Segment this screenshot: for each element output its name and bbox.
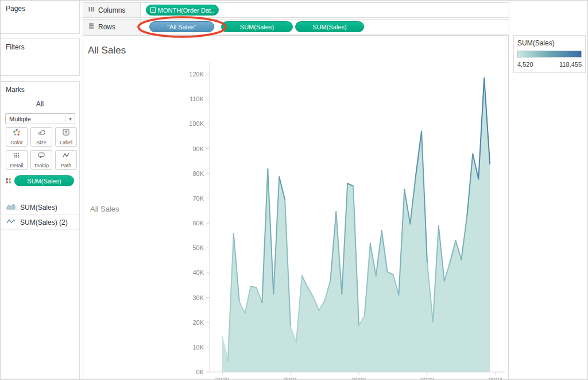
chevron-down-icon: ▾ bbox=[65, 116, 75, 122]
worksheet-view: 0K10K20K30K40K50K60K70K80K90K100K110K120… bbox=[83, 35, 509, 380]
x-tick-label: 2023 bbox=[420, 377, 434, 380]
x-tick-label: 2020 bbox=[215, 377, 229, 380]
color-legend: SUM(Sales) 4,520 118,455 bbox=[513, 35, 586, 73]
marks-buttons: Color Size Label Detail bbox=[6, 127, 77, 170]
size-button-label: Size bbox=[36, 140, 47, 145]
path-button-label: Path bbox=[61, 163, 72, 168]
color-button-label: Color bbox=[10, 140, 23, 145]
color-icon bbox=[13, 128, 21, 139]
columns-shelf[interactable]: Columns MONTH(Order Dat.. bbox=[83, 2, 509, 18]
rows-shelf[interactable]: Rows "All Sales" SUM(Sales) SUM(Sales) bbox=[83, 19, 509, 34]
expand-plus-icon bbox=[150, 7, 156, 13]
path-button[interactable]: Path bbox=[55, 150, 77, 170]
area-chart-icon bbox=[6, 203, 16, 212]
columns-icon bbox=[88, 6, 95, 14]
sales-chart[interactable]: 0K10K20K30K40K50K60K70K80K90K100K110K120… bbox=[83, 36, 509, 380]
rows-shelf-label: Rows bbox=[98, 23, 115, 31]
y-tick-label: 10K bbox=[192, 344, 204, 351]
mark-type-dropdown[interactable]: Multiple ▾ bbox=[5, 113, 75, 124]
detail-button-label: Detail bbox=[10, 163, 23, 168]
pages-shelf[interactable]: Pages bbox=[1, 1, 80, 34]
tableau-window: Pages Filters Marks All Multiple ▾ Color… bbox=[0, 0, 588, 380]
mark-type-value: Multiple bbox=[6, 116, 65, 122]
size-icon bbox=[37, 128, 45, 139]
color-button[interactable]: Color bbox=[6, 127, 28, 147]
color-dots-icon bbox=[5, 176, 11, 186]
y-tick-label: 100K bbox=[189, 120, 204, 127]
columns-pill-label: MONTH(Order Dat.. bbox=[158, 7, 214, 14]
layer-label: SUM(Sales) bbox=[20, 204, 57, 212]
detail-button[interactable]: Detail bbox=[6, 150, 28, 170]
y-tick-label: 30K bbox=[192, 294, 204, 301]
y-tick-label: 80K bbox=[192, 170, 204, 177]
rows-pill-sum-sales-2-label: SUM(Sales) bbox=[312, 24, 346, 30]
y-tick-label: 90K bbox=[192, 145, 204, 152]
pages-label: Pages bbox=[1, 1, 79, 17]
filters-label: Filters bbox=[1, 39, 79, 55]
columns-shelf-header: Columns bbox=[83, 3, 141, 17]
y-tick-label: 70K bbox=[192, 195, 204, 202]
filters-shelf[interactable]: Filters bbox=[1, 39, 80, 76]
y-tick-label: 60K bbox=[192, 220, 204, 227]
color-legend-labels: 4,520 118,455 bbox=[517, 61, 582, 68]
label-button[interactable]: Label bbox=[55, 127, 77, 147]
size-button[interactable]: Size bbox=[30, 127, 52, 147]
y-tick-label: 50K bbox=[192, 244, 204, 251]
rows-pill-sum-sales-1[interactable]: SUM(Sales) bbox=[221, 21, 293, 32]
label-button-label: Label bbox=[60, 140, 72, 145]
row-header-label: All Sales bbox=[90, 205, 119, 213]
area-series[interactable] bbox=[222, 78, 490, 372]
detail-icon bbox=[13, 151, 21, 162]
rows-pill-sum-sales-2[interactable]: SUM(Sales) bbox=[295, 21, 364, 32]
y-tick-label: 40K bbox=[192, 269, 204, 276]
marks-card-title[interactable]: All bbox=[1, 100, 79, 108]
rows-pill-all-sales-label: "All Sales" bbox=[167, 24, 196, 30]
marks-layer-sum-sales[interactable]: SUM(Sales) bbox=[1, 200, 79, 215]
columns-shelf-label: Columns bbox=[98, 6, 125, 14]
marks-color-pill-label: SUM(Sales) bbox=[27, 178, 61, 185]
rows-pill-all-sales[interactable]: "All Sales" bbox=[149, 21, 214, 32]
rows-pill-sum-sales-1-label: SUM(Sales) bbox=[240, 24, 274, 30]
sheet-title: All Sales bbox=[88, 45, 126, 56]
tooltip-icon bbox=[37, 151, 45, 162]
marks-encoding-row: SUM(Sales) bbox=[5, 175, 74, 186]
tooltip-button-label: Tooltip bbox=[34, 163, 49, 168]
marks-layer-sum-sales-2[interactable]: SUM(Sales) (2) bbox=[1, 215, 79, 230]
color-legend-gradient[interactable] bbox=[517, 51, 582, 57]
label-icon bbox=[62, 128, 70, 139]
color-legend-title: SUM(Sales) bbox=[514, 36, 585, 47]
y-tick-label: 20K bbox=[192, 319, 204, 326]
layer-label: SUM(Sales) (2) bbox=[20, 218, 68, 227]
path-icon bbox=[62, 151, 70, 162]
color-legend-min: 4,520 bbox=[517, 61, 533, 68]
y-tick-label: 0K bbox=[196, 369, 204, 375]
columns-pill-month-order-date[interactable]: MONTH(Order Dat.. bbox=[146, 5, 219, 16]
line-chart-icon bbox=[6, 218, 16, 227]
tooltip-button[interactable]: Tooltip bbox=[30, 150, 52, 170]
rows-shelf-header: Rows bbox=[83, 20, 141, 34]
y-tick-label: 120K bbox=[189, 71, 204, 78]
x-tick-label: 2024 bbox=[489, 377, 502, 380]
x-tick-label: 2021 bbox=[284, 377, 297, 380]
marks-color-pill[interactable]: SUM(Sales) bbox=[14, 175, 74, 186]
y-tick-label: 110K bbox=[189, 95, 204, 102]
marks-label: Marks bbox=[1, 82, 79, 98]
rows-icon bbox=[88, 22, 95, 31]
color-legend-max: 118,455 bbox=[559, 61, 582, 68]
marks-card: Marks All Multiple ▾ Color Size bbox=[1, 81, 80, 380]
x-tick-label: 2022 bbox=[352, 377, 366, 380]
